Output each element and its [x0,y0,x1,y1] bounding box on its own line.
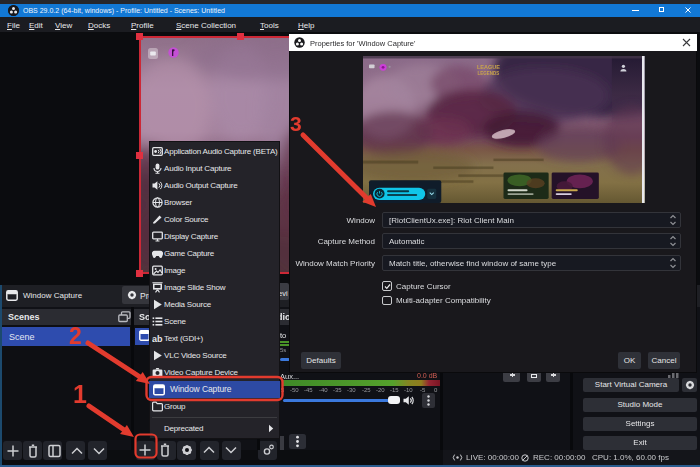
svg-text:3: 3 [290,112,302,135]
svg-text:2: 2 [69,323,82,349]
svg-text:1: 1 [73,380,87,408]
